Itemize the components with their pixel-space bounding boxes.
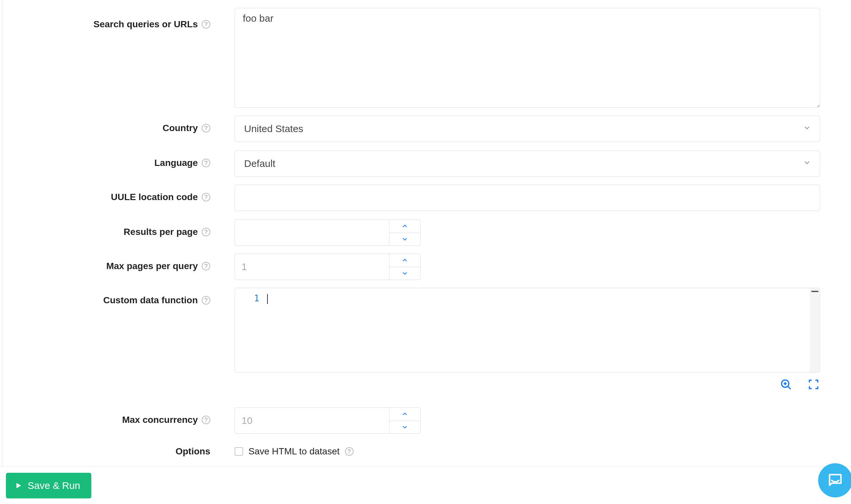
max-concurrency-label: Max concurrency (122, 415, 198, 425)
results-per-page-label: Results per page (124, 227, 198, 237)
stepper-up-button[interactable] (389, 219, 420, 233)
stepper-down-button[interactable] (389, 421, 420, 434)
country-value: United States (244, 123, 303, 134)
custom-fn-label: Custom data function (103, 295, 198, 306)
help-icon[interactable]: ? (202, 262, 210, 270)
chat-icon (827, 472, 844, 489)
help-icon[interactable]: ? (345, 447, 354, 456)
country-select[interactable]: United States (235, 116, 820, 142)
search-queries-input[interactable] (235, 8, 820, 108)
play-icon (15, 482, 22, 489)
zoom-in-icon[interactable] (779, 378, 793, 391)
max-pages-label: Max pages per query (106, 261, 198, 271)
stepper-up-button[interactable] (389, 408, 420, 421)
language-label: Language (155, 158, 198, 168)
stepper-up-button[interactable] (389, 254, 420, 267)
chevron-down-icon (803, 123, 811, 134)
save-run-button[interactable]: Save & Run (6, 473, 91, 499)
svg-line-1 (788, 386, 791, 389)
help-icon[interactable]: ? (202, 159, 210, 167)
chevron-down-icon (803, 158, 811, 169)
fullscreen-icon[interactable] (807, 378, 820, 391)
chat-widget[interactable] (818, 463, 851, 498)
help-icon[interactable]: ? (202, 193, 210, 201)
svg-marker-4 (16, 483, 21, 488)
country-label: Country (163, 123, 198, 133)
bottom-bar: Save & Run (0, 467, 851, 504)
uule-label: UULE location code (111, 192, 198, 202)
code-body[interactable] (265, 288, 820, 372)
help-icon[interactable]: ? (202, 20, 210, 29)
code-minimap (810, 288, 820, 372)
results-per-page-input[interactable] (235, 219, 389, 246)
save-run-label: Save & Run (28, 480, 80, 491)
help-icon[interactable]: ? (202, 228, 210, 236)
max-concurrency-input[interactable] (235, 408, 389, 434)
language-value: Default (244, 158, 275, 169)
code-line-number: 1 (235, 288, 265, 372)
code-cursor (267, 294, 268, 304)
help-icon[interactable]: ? (202, 416, 210, 424)
max-pages-input[interactable] (235, 254, 389, 280)
stepper-down-button[interactable] (389, 233, 420, 246)
search-queries-label: Search queries or URLs (94, 19, 198, 30)
language-select[interactable]: Default (235, 150, 820, 177)
code-editor[interactable]: 1 (235, 288, 820, 373)
save-html-label: Save HTML to dataset (248, 446, 340, 457)
save-html-checkbox[interactable] (235, 447, 243, 456)
help-icon[interactable]: ? (202, 124, 210, 132)
help-icon[interactable]: ? (202, 296, 210, 305)
uule-input[interactable] (235, 185, 820, 211)
stepper-down-button[interactable] (389, 267, 420, 280)
options-label: Options (176, 446, 210, 457)
